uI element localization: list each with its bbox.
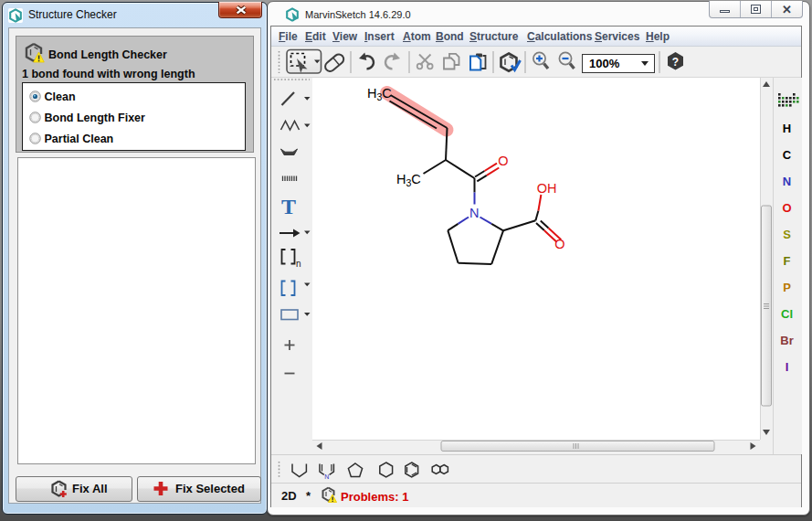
svg-text:O: O [554, 237, 564, 251]
svg-text:S: S [783, 228, 791, 241]
svg-text:I: I [785, 360, 788, 374]
svg-text:O: O [782, 201, 791, 215]
svg-text:n: n [296, 259, 301, 269]
svg-text:?: ? [672, 56, 679, 69]
svg-text:OH: OH [536, 181, 556, 196]
svg-text:H: H [782, 122, 790, 135]
svg-text:P: P [783, 281, 791, 294]
svg-text:H3C: H3C [396, 172, 421, 188]
svg-text:Br: Br [780, 334, 793, 347]
svg-text:N: N [324, 473, 329, 480]
svg-text:F: F [783, 254, 790, 268]
svg-text:N: N [469, 206, 479, 220]
svg-text:H3C: H3C [367, 86, 392, 102]
svg-text:C: C [782, 148, 791, 162]
svg-text:O: O [498, 154, 508, 168]
svg-text:Cl: Cl [781, 307, 793, 321]
svg-text:N: N [782, 175, 790, 188]
svg-text:T: T [281, 195, 296, 218]
